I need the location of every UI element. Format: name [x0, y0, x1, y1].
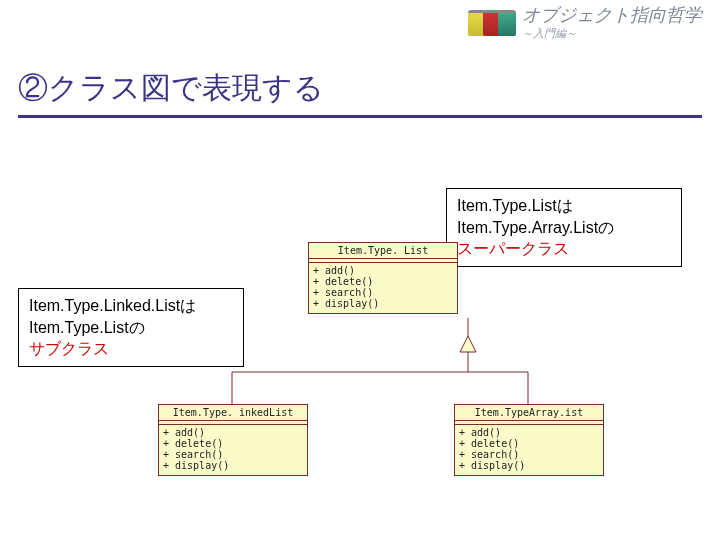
note-subclass: Item.Type.Linked.Listは Item.Type.Listの サ… [18, 288, 244, 367]
uml-class-name: Item.Type. List [309, 243, 457, 259]
note-line: Item.Type.Listは [457, 195, 671, 217]
note-line: Item.Type.Linked.Listは [29, 295, 233, 317]
header-subtitle: ～入門編～ [522, 26, 702, 41]
header-title: オブジェクト指向哲学 [522, 6, 702, 26]
uml-class-name: Item.TypeArray.ist [455, 405, 603, 421]
uml-class-parent: Item.Type. List + add() + delete() + sea… [308, 242, 458, 314]
note-line-red: スーパークラス [457, 238, 671, 260]
note-line: Item.Type.Array.Listの [457, 217, 671, 239]
note-line-red: サブクラス [29, 338, 233, 360]
note-line: Item.Type.Listの [29, 317, 233, 339]
header-logo: オブジェクト指向哲学 ～入門編～ [468, 6, 702, 41]
uml-class-arraylist: Item.TypeArray.ist + add() + delete() + … [454, 404, 604, 476]
slide-title-wrap: ②クラス図で表現する [18, 68, 702, 118]
note-superclass: Item.Type.Listは Item.Type.Array.Listの スー… [446, 188, 682, 267]
uml-operations: + add() + delete() + search() + display(… [309, 263, 457, 313]
uml-class-linkedlist: Item.Type. inkedList + add() + delete() … [158, 404, 308, 476]
uml-operations: + add() + delete() + search() + display(… [455, 425, 603, 475]
generalization-arrowhead-icon [460, 336, 476, 352]
header-text: オブジェクト指向哲学 ～入門編～ [522, 6, 702, 41]
uml-class-name: Item.Type. inkedList [159, 405, 307, 421]
uml-operations: + add() + delete() + search() + display(… [159, 425, 307, 475]
cans-icon [468, 10, 516, 36]
slide-title: ②クラス図で表現する [18, 68, 702, 118]
